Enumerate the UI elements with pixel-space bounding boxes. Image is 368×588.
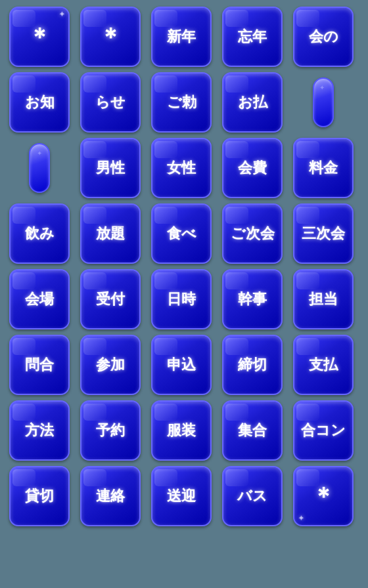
stamp-third-party[interactable]: 三次会 [293, 203, 354, 264]
stamp-invitation[interactable]: ご勅 [151, 72, 212, 133]
stamp-meeting-point[interactable]: 集合 [222, 400, 283, 461]
stamp-snowflake2[interactable]: ＊ [80, 7, 141, 67]
stamp-notice1[interactable]: お知 [9, 72, 70, 133]
stamp-grid: ＊ ✦ ＊ 新年 忘年 会の お知 らせ ご勅 お払 男性 女性 会費 料金 飲… [9, 7, 359, 526]
stamp-inquiry[interactable]: 問合 [9, 335, 70, 395]
stamp-year-end[interactable]: 忘年 [222, 7, 283, 67]
stamp-eating[interactable]: 食べ [151, 203, 212, 264]
stamp-new-year[interactable]: 新年 [151, 7, 212, 67]
stamp-dress-code[interactable]: 服装 [151, 400, 212, 461]
stamp-all-you-can[interactable]: 放題 [80, 203, 141, 264]
decoration-pill-left [29, 143, 50, 193]
stamp-reception[interactable]: 受付 [80, 269, 141, 329]
stamp-second-party[interactable]: ご次会 [222, 203, 283, 264]
stamp-organizer[interactable]: 幹事 [222, 269, 283, 329]
stamp-datetime[interactable]: 日時 [151, 269, 212, 329]
stamp-snowflake-last[interactable]: ＊ ✦ [293, 466, 354, 526]
stamp-private-booking[interactable]: 貸切 [9, 466, 70, 526]
stamp-membership-fee[interactable]: 会費 [222, 138, 283, 198]
pill-left-container [9, 138, 70, 198]
stamp-notice2[interactable]: らせ [80, 72, 141, 133]
stamp-male[interactable]: 男性 [80, 138, 141, 198]
stamp-person-in-charge[interactable]: 担当 [293, 269, 354, 329]
stamp-contact[interactable]: 連絡 [80, 466, 141, 526]
stamp-mixer-party[interactable]: 合コン [293, 400, 354, 461]
pill-right-container [293, 72, 354, 133]
decoration-pill-right [313, 77, 334, 127]
stamp-bus[interactable]: バス [222, 466, 283, 526]
stamp-pickup[interactable]: 送迎 [151, 466, 212, 526]
stamp-fee[interactable]: 料金 [293, 138, 354, 198]
stamp-party-of[interactable]: 会の [293, 7, 354, 67]
stamp-deadline[interactable]: 締切 [222, 335, 283, 395]
stamp-female[interactable]: 女性 [151, 138, 212, 198]
stamp-drinking[interactable]: 飲み [9, 203, 70, 264]
stamp-participation[interactable]: 参加 [80, 335, 141, 395]
stamp-application[interactable]: 申込 [151, 335, 212, 395]
stamp-payment2[interactable]: 支払 [293, 335, 354, 395]
stamp-snowflake1[interactable]: ＊ ✦ [9, 7, 70, 67]
stamp-method[interactable]: 方法 [9, 400, 70, 461]
stamp-venue[interactable]: 会場 [9, 269, 70, 329]
stamp-payment[interactable]: お払 [222, 72, 283, 133]
stamp-reservation[interactable]: 予約 [80, 400, 141, 461]
